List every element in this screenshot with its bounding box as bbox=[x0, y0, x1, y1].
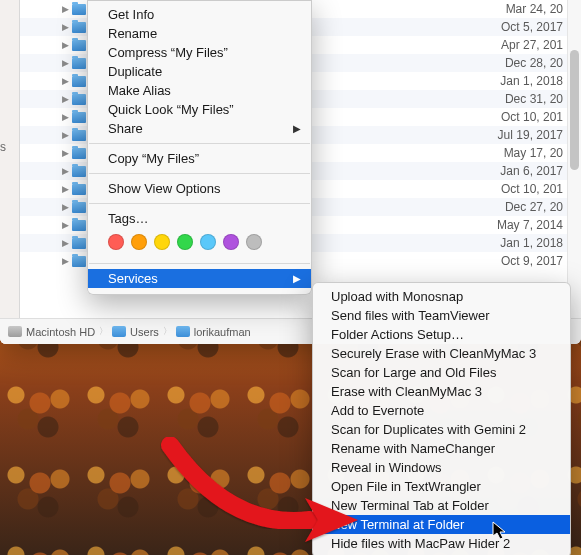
sidebar-sliver: s bbox=[0, 0, 20, 344]
menu-item[interactable]: Duplicate bbox=[88, 62, 311, 81]
services-item[interactable]: Scan for Large and Old Files bbox=[313, 363, 570, 382]
menu-item[interactable]: Quick Look “My Files” bbox=[88, 100, 311, 119]
services-item[interactable]: Erase with CleanMyMac 3 bbox=[313, 382, 570, 401]
folder-icon bbox=[72, 220, 86, 231]
menu-label: Tags… bbox=[108, 211, 148, 226]
menu-item[interactable]: Make Alias bbox=[88, 81, 311, 100]
scrollbar-thumb[interactable] bbox=[570, 50, 579, 170]
disclosure-arrow-icon[interactable]: ▶ bbox=[60, 166, 70, 176]
folder-icon bbox=[112, 326, 126, 337]
folder-icon bbox=[72, 76, 86, 87]
menu-item[interactable]: Get Info bbox=[88, 5, 311, 24]
folder-icon bbox=[72, 202, 86, 213]
tag-color[interactable] bbox=[108, 234, 124, 250]
disclosure-arrow-icon[interactable]: ▶ bbox=[60, 94, 70, 104]
menu-label: Share bbox=[108, 121, 143, 136]
date-cell: Oct 10, 201 bbox=[501, 182, 563, 196]
scrollbar-track[interactable] bbox=[567, 0, 581, 318]
disclosure-arrow-icon[interactable]: ▶ bbox=[60, 22, 70, 32]
menu-item-show-view-options[interactable]: Show View Options bbox=[88, 179, 311, 198]
menu-label: Services bbox=[108, 271, 158, 286]
folder-icon bbox=[72, 166, 86, 177]
disclosure-arrow-icon[interactable]: ▶ bbox=[60, 148, 70, 158]
menu-item-copy[interactable]: Copy “My Files” bbox=[88, 149, 311, 168]
date-cell: Jul 19, 2017 bbox=[498, 128, 563, 142]
context-menu: Get InfoRenameCompress “My Files”Duplica… bbox=[87, 0, 312, 295]
services-item[interactable]: Rename with NameChanger bbox=[313, 439, 570, 458]
folder-icon bbox=[72, 40, 86, 51]
folder-icon bbox=[72, 4, 86, 15]
path-seg-3[interactable]: lorikaufman bbox=[194, 326, 251, 338]
menu-separator bbox=[89, 143, 310, 144]
menu-item[interactable]: Compress “My Files” bbox=[88, 43, 311, 62]
date-cell: Mar 24, 20 bbox=[506, 2, 563, 16]
date-cell: Apr 27, 201 bbox=[501, 38, 563, 52]
date-cell: Dec 27, 20 bbox=[505, 200, 563, 214]
menu-item[interactable]: Rename bbox=[88, 24, 311, 43]
services-item[interactable]: New Terminal at Folder bbox=[313, 515, 570, 534]
disclosure-arrow-icon[interactable]: ▶ bbox=[60, 220, 70, 230]
tag-color[interactable] bbox=[246, 234, 262, 250]
date-cell: Jan 6, 2017 bbox=[500, 164, 563, 178]
tag-color-row bbox=[88, 228, 311, 258]
date-cell: May 7, 2014 bbox=[497, 218, 563, 232]
menu-item-tags[interactable]: Tags… bbox=[88, 209, 311, 228]
folder-icon bbox=[72, 184, 86, 195]
chevron-right-icon: ▶ bbox=[293, 123, 301, 134]
disclosure-arrow-icon[interactable]: ▶ bbox=[60, 202, 70, 212]
disclosure-arrow-icon[interactable]: ▶ bbox=[60, 4, 70, 14]
folder-icon bbox=[72, 130, 86, 141]
services-item[interactable]: Hide files with MacPaw Hider 2 bbox=[313, 534, 570, 553]
disclosure-arrow-icon[interactable]: ▶ bbox=[60, 184, 70, 194]
date-cell: Oct 5, 2017 bbox=[501, 20, 563, 34]
menu-item-services[interactable]: Services ▶ bbox=[88, 269, 311, 288]
folder-icon bbox=[72, 148, 86, 159]
disclosure-arrow-icon[interactable]: ▶ bbox=[60, 58, 70, 68]
services-item[interactable]: Send files with TeamViewer bbox=[313, 306, 570, 325]
menu-label: Show View Options bbox=[108, 181, 221, 196]
menu-separator bbox=[89, 263, 310, 264]
services-item[interactable]: Reveal in Windows bbox=[313, 458, 570, 477]
disclosure-arrow-icon[interactable]: ▶ bbox=[60, 130, 70, 140]
tag-color[interactable] bbox=[223, 234, 239, 250]
menu-item-share[interactable]: Share ▶ bbox=[88, 119, 311, 138]
services-item[interactable]: Upload with Monosnap bbox=[313, 287, 570, 306]
folder-icon bbox=[72, 256, 86, 267]
tag-color[interactable] bbox=[154, 234, 170, 250]
services-submenu: Upload with MonosnapSend files with Team… bbox=[312, 282, 571, 555]
services-item[interactable]: Folder Actions Setup… bbox=[313, 325, 570, 344]
disclosure-arrow-icon[interactable]: ▶ bbox=[60, 256, 70, 266]
menu-separator bbox=[89, 173, 310, 174]
date-cell: May 17, 20 bbox=[504, 146, 563, 160]
path-seg-1[interactable]: Macintosh HD bbox=[26, 326, 95, 338]
tag-color[interactable] bbox=[200, 234, 216, 250]
folder-icon bbox=[72, 112, 86, 123]
tag-color[interactable] bbox=[177, 234, 193, 250]
folder-icon bbox=[72, 238, 86, 249]
services-item[interactable]: New Terminal Tab at Folder bbox=[313, 496, 570, 515]
tag-color[interactable] bbox=[131, 234, 147, 250]
services-item[interactable]: Scan for Duplicates with Gemini 2 bbox=[313, 420, 570, 439]
date-cell: Oct 10, 201 bbox=[501, 110, 563, 124]
disclosure-arrow-icon[interactable]: ▶ bbox=[60, 112, 70, 122]
folder-icon bbox=[72, 22, 86, 33]
folder-icon bbox=[72, 58, 86, 69]
disclosure-arrow-icon[interactable]: ▶ bbox=[60, 238, 70, 248]
services-item[interactable]: Open File in TextWrangler bbox=[313, 477, 570, 496]
date-cell: Jan 1, 2018 bbox=[500, 236, 563, 250]
chevron-right-icon: 〉 bbox=[163, 325, 172, 338]
date-cell: Dec 28, 20 bbox=[505, 56, 563, 70]
disclosure-arrow-icon[interactable]: ▶ bbox=[60, 76, 70, 86]
date-cell: Jan 1, 2018 bbox=[500, 74, 563, 88]
chevron-right-icon: ▶ bbox=[293, 273, 301, 284]
menu-label: Copy “My Files” bbox=[108, 151, 199, 166]
services-item[interactable]: Add to Evernote bbox=[313, 401, 570, 420]
services-item[interactable]: Securely Erase with CleanMyMac 3 bbox=[313, 344, 570, 363]
path-seg-2[interactable]: Users bbox=[130, 326, 159, 338]
disclosure-arrow-icon[interactable]: ▶ bbox=[60, 40, 70, 50]
menu-separator bbox=[89, 203, 310, 204]
date-cell: Oct 9, 2017 bbox=[501, 254, 563, 268]
folder-icon bbox=[72, 94, 86, 105]
disk-icon bbox=[8, 326, 22, 337]
home-folder-icon bbox=[176, 326, 190, 337]
